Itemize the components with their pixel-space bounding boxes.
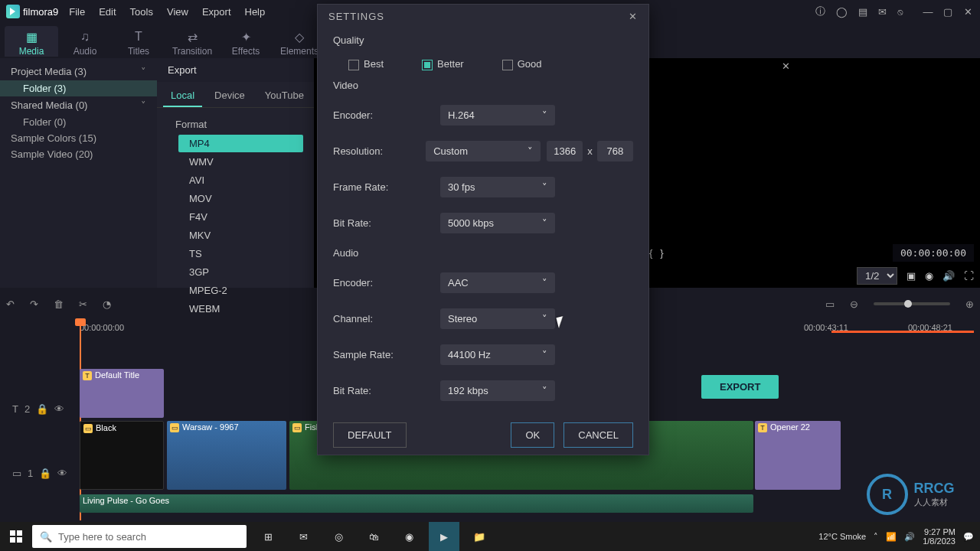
menu-help[interactable]: Help	[245, 6, 266, 18]
tray-network-icon[interactable]: 📶	[886, 532, 897, 542]
edge-icon[interactable]: ◎	[323, 522, 354, 551]
menu-view[interactable]: View	[167, 6, 188, 18]
ok-button[interactable]: OK	[511, 422, 554, 448]
channel-select[interactable]: Stereo˅	[440, 308, 555, 329]
marker-out-icon[interactable]: }	[660, 247, 663, 259]
menu-edit[interactable]: Edit	[99, 6, 116, 18]
audio-encoder-select[interactable]: AAC˅	[440, 272, 555, 293]
preview-scale-select[interactable]: 1/2	[857, 267, 897, 285]
undo-icon[interactable]: ↶	[6, 298, 15, 310]
resolution-width-input[interactable]: 1366	[547, 141, 583, 161]
export-tab-device[interactable]: Device	[207, 85, 253, 107]
export-tab-youtube[interactable]: YouTube	[257, 85, 312, 107]
filmora-taskbar-icon[interactable]: ▶	[429, 522, 459, 551]
tab-audio[interactable]: ♫Audio	[58, 26, 112, 57]
clip-audio[interactable]: Living Pulse - Go Goes	[80, 494, 753, 513]
resolution-select[interactable]: Custom˅	[426, 141, 541, 161]
menu-tools[interactable]: Tools	[130, 6, 153, 18]
app-name: filmora9	[23, 6, 58, 18]
camera-icon[interactable]: ◉	[925, 270, 933, 282]
clip-warsaw[interactable]: ▭Warsaw - 9967	[167, 421, 286, 490]
minimize-button[interactable]: —	[922, 6, 934, 18]
lock-icon[interactable]: 🔒	[39, 468, 51, 479]
snapshot-icon[interactable]: ▣	[906, 270, 916, 282]
clip-opener22[interactable]: TOpener 22	[755, 421, 841, 490]
zoom-in-icon[interactable]: ⊕	[965, 298, 974, 310]
mail-icon[interactable]: ✉	[878, 6, 887, 18]
menu-export[interactable]: Export	[202, 6, 231, 18]
tab-media[interactable]: ▦Media	[5, 26, 58, 57]
clip-default-title[interactable]: TDefault Title	[80, 369, 164, 418]
export-button[interactable]: EXPORT	[701, 375, 779, 399]
zoom-out-icon[interactable]: ⊖	[850, 298, 858, 310]
format-mov[interactable]: MOV	[178, 190, 303, 207]
taskbar-search[interactable]: 🔍 Type here to search	[32, 525, 247, 548]
split-icon[interactable]: ✂	[79, 298, 87, 310]
format-wmv[interactable]: WMV	[178, 153, 303, 171]
tray-clock[interactable]: 9:27 PM 1/8/2023	[923, 527, 956, 546]
shared-folder[interactable]: Folder (0)	[0, 114, 157, 130]
format-ts[interactable]: TS	[178, 245, 303, 262]
audio-section-label: Audio	[318, 241, 648, 265]
tray-volume-icon[interactable]: 🔊	[904, 532, 915, 542]
shared-media[interactable]: Shared Media (0)˅	[0, 96, 157, 114]
mic-icon[interactable]: ⍉	[897, 6, 903, 18]
render-icon[interactable]: ▭	[825, 298, 835, 310]
format-label: Format	[157, 108, 314, 135]
menu-file[interactable]: File	[69, 6, 85, 18]
export-close-button[interactable]: ✕	[782, 60, 790, 72]
eye-icon[interactable]: 👁	[57, 468, 67, 479]
mail-app-icon[interactable]: ✉	[288, 522, 318, 551]
tab-titles[interactable]: TTitles	[112, 26, 165, 57]
project-media[interactable]: Project Media (3)˅	[0, 63, 157, 80]
framerate-select[interactable]: 30 fps˅	[440, 177, 555, 197]
format-3gp[interactable]: 3GP	[178, 263, 303, 281]
task-view-icon[interactable]: ⊞	[253, 522, 283, 551]
audio-bitrate-select[interactable]: 192 kbps˅	[440, 380, 555, 401]
volume-icon[interactable]: 🔊	[942, 270, 955, 282]
format-avi[interactable]: AVI	[178, 171, 303, 189]
sample-colors[interactable]: Sample Colors (15)	[0, 130, 157, 146]
resolution-height-input[interactable]: 768	[597, 141, 633, 161]
video-bitrate-select[interactable]: 5000 kbps˅	[440, 213, 555, 233]
tab-effects[interactable]: ✦Effects	[219, 26, 273, 57]
format-mp4[interactable]: MP4	[178, 135, 303, 152]
clip-black[interactable]: ▭Black	[80, 421, 164, 490]
notifications-icon[interactable]: 💬	[963, 532, 974, 542]
quality-best[interactable]: Best	[348, 58, 384, 70]
cancel-button[interactable]: CANCEL	[564, 422, 633, 448]
info-icon[interactable]: ⓘ	[815, 5, 825, 18]
samplerate-select[interactable]: 44100 Hz˅	[440, 344, 555, 365]
chevron-down-icon: ˅	[542, 217, 547, 229]
close-button[interactable]: ✕	[962, 6, 974, 18]
sample-video[interactable]: Sample Video (20)	[0, 146, 157, 162]
weather-widget[interactable]: 12°C Smoke	[818, 532, 866, 541]
lock-icon[interactable]: 🔒	[36, 403, 48, 415]
maximize-button[interactable]: ▢	[942, 6, 954, 18]
store-icon[interactable]: 🛍	[358, 522, 389, 551]
export-tab-local[interactable]: Local	[163, 85, 202, 107]
marker-in-icon[interactable]: {	[649, 247, 652, 259]
user-icon[interactable]: ◯	[836, 6, 848, 18]
default-button[interactable]: DEFAULT	[333, 422, 407, 448]
video-encoder-select[interactable]: H.264˅	[440, 105, 555, 126]
project-folder[interactable]: Folder (3)	[0, 80, 157, 96]
explorer-icon[interactable]: 📁	[464, 522, 495, 551]
marker-icon[interactable]: ◔	[103, 298, 111, 310]
playhead[interactable]	[80, 320, 81, 520]
eye-icon[interactable]: 👁	[54, 403, 64, 415]
tray-chevron-icon[interactable]: ˄	[874, 532, 878, 542]
fullscreen-icon[interactable]: ⛶	[964, 270, 974, 282]
quality-better[interactable]: Better	[422, 58, 464, 70]
format-mkv[interactable]: MKV	[178, 227, 303, 244]
quality-good[interactable]: Good	[502, 58, 542, 70]
files-icon[interactable]: ▤	[858, 6, 867, 18]
chrome-icon[interactable]: ◉	[394, 522, 424, 551]
tab-transition[interactable]: ⇄Transition	[165, 26, 219, 57]
zoom-slider[interactable]	[874, 302, 950, 305]
redo-icon[interactable]: ↷	[30, 298, 38, 310]
delete-icon[interactable]: 🗑	[54, 298, 64, 310]
start-button[interactable]	[0, 522, 32, 551]
dialog-close-button[interactable]: ✕	[629, 11, 638, 22]
format-f4v[interactable]: F4V	[178, 208, 303, 226]
